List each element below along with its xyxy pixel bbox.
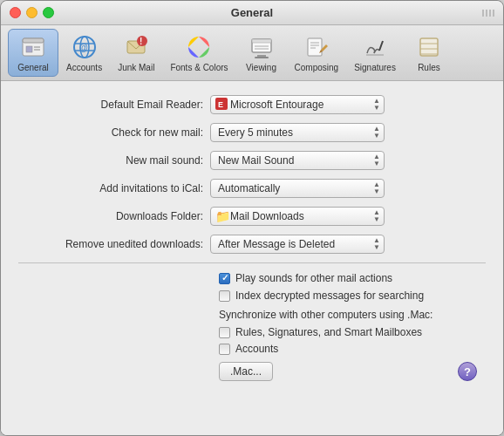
- svg-text:@: @: [79, 43, 88, 52]
- divider: [18, 262, 486, 263]
- new-mail-sound-select[interactable]: New Mail Sound ▲▼: [210, 151, 385, 170]
- composing-icon: [303, 33, 330, 61]
- check-new-mail-select[interactable]: Every 5 minutes ▲▼: [210, 123, 385, 142]
- remove-unedited-select[interactable]: After Message is Deleted ▲▼: [210, 235, 385, 254]
- downloads-folder-select[interactable]: 📁 Mail Downloads ▲▼: [210, 207, 385, 226]
- main-window: General General: [0, 0, 504, 436]
- default-email-reader-label: Default Email Reader:: [18, 99, 210, 111]
- svg-rect-1: [23, 38, 44, 43]
- toolbar-item-junk-mail[interactable]: ! Junk Mail: [110, 29, 162, 77]
- minimize-button[interactable]: [26, 7, 37, 18]
- toolbar-label-signatures: Signatures: [354, 63, 396, 72]
- index-decrypted-checkbox[interactable]: [219, 290, 230, 302]
- check-new-mail-control: Every 5 minutes ▲▼: [210, 123, 385, 142]
- folder-icon: 📁: [215, 209, 230, 223]
- help-button[interactable]: ?: [458, 362, 477, 381]
- fonts-colors-icon: [185, 33, 213, 61]
- toolbar-item-composing[interactable]: Composing: [287, 29, 347, 77]
- svg-rect-17: [255, 57, 269, 58]
- viewing-icon: [248, 33, 276, 61]
- add-invitations-control: Automatically ▲▼: [210, 179, 385, 198]
- index-decrypted-row: Index decrypted messages for searching: [219, 290, 486, 302]
- play-sounds-checkbox[interactable]: [219, 273, 230, 284]
- toolbar: General @ Accounts: [1, 25, 503, 81]
- new-mail-sound-row: New mail sound: New Mail Sound ▲▼: [18, 151, 486, 170]
- window-title: General: [231, 6, 273, 19]
- downloads-folder-row: Downloads Folder: 📁 Mail Downloads ▲▼: [18, 207, 486, 226]
- accounts-icon: @: [71, 33, 99, 61]
- sync-title: Synchronize with other computers using .…: [219, 309, 486, 321]
- junk-mail-icon: !: [122, 33, 150, 61]
- rules-icon: [415, 33, 443, 61]
- svg-rect-20: [308, 38, 322, 56]
- downloads-folder-value: Mail Downloads: [230, 210, 378, 222]
- general-icon: [19, 33, 47, 61]
- new-mail-sound-control: New Mail Sound ▲▼: [210, 151, 385, 170]
- svg-rect-15: [252, 39, 271, 43]
- play-sounds-row: Play sounds for other mail actions: [219, 272, 486, 284]
- add-invitations-select[interactable]: Automatically ▲▼: [210, 179, 385, 198]
- new-mail-sound-value: New Mail Sound: [218, 154, 378, 167]
- add-invitations-row: Add invitations to iCal: Automatically ▲…: [18, 179, 486, 198]
- resize-handle: [482, 10, 494, 17]
- signatures-icon: [361, 33, 389, 61]
- toolbar-label-rules: Rules: [418, 63, 440, 72]
- default-email-reader-select[interactable]: E Microsoft Entourage ▲▼: [210, 95, 385, 114]
- check-new-mail-label: Check for new mail:: [18, 126, 210, 139]
- sync-section: Synchronize with other computers using .…: [219, 309, 486, 355]
- select-arrows-sound-icon: ▲▼: [373, 153, 380, 167]
- content-area: Default Email Reader: E Microsoft Entour…: [1, 81, 503, 435]
- toolbar-label-composing: Composing: [295, 63, 339, 72]
- sync-rules-label: Rules, Signatures, and Smart Mailboxes: [235, 326, 422, 338]
- maximize-button[interactable]: [43, 7, 54, 18]
- play-sounds-label: Play sounds for other mail actions: [235, 272, 392, 284]
- svg-rect-16: [257, 55, 266, 57]
- check-new-mail-value: Every 5 minutes: [218, 126, 378, 139]
- select-arrows-folder-icon: ▲▼: [373, 209, 380, 223]
- svg-text:!: !: [140, 37, 142, 46]
- sync-accounts-checkbox[interactable]: [219, 344, 230, 355]
- sync-rules-checkbox[interactable]: [219, 327, 230, 338]
- default-email-reader-row: Default Email Reader: E Microsoft Entour…: [18, 95, 486, 114]
- toolbar-item-general[interactable]: General: [8, 29, 58, 77]
- toolbar-label-accounts: Accounts: [66, 63, 102, 72]
- default-email-reader-value: Microsoft Entourage: [230, 99, 378, 111]
- sync-accounts-row: Accounts: [219, 343, 486, 355]
- downloads-folder-control: 📁 Mail Downloads ▲▼: [210, 207, 385, 226]
- toolbar-label-general: General: [17, 63, 49, 72]
- downloads-folder-label: Downloads Folder:: [18, 210, 210, 222]
- sync-rules-row: Rules, Signatures, and Smart Mailboxes: [219, 326, 486, 338]
- add-invitations-label: Add invitations to iCal:: [18, 182, 210, 194]
- window-controls: [10, 7, 54, 18]
- new-mail-sound-label: New mail sound:: [18, 154, 210, 167]
- svg-rect-2: [26, 46, 32, 52]
- bottom-row: .Mac... ?: [219, 362, 486, 381]
- select-arrows-remove-icon: ▲▼: [373, 237, 380, 251]
- add-invitations-value: Automatically: [218, 182, 378, 194]
- title-bar: General: [1, 1, 503, 25]
- check-new-mail-row: Check for new mail: Every 5 minutes ▲▼: [18, 123, 486, 142]
- svg-text:E: E: [218, 100, 223, 109]
- toolbar-item-signatures[interactable]: Signatures: [346, 29, 404, 77]
- svg-rect-25: [420, 38, 438, 56]
- toolbar-label-fonts-colors: Fonts & Colors: [170, 63, 228, 72]
- toolbar-item-rules[interactable]: Rules: [404, 29, 454, 77]
- toolbar-item-viewing[interactable]: Viewing: [236, 29, 287, 77]
- select-arrows-invitations-icon: ▲▼: [373, 181, 380, 195]
- close-button[interactable]: [10, 7, 21, 18]
- toolbar-label-viewing: Viewing: [246, 63, 276, 72]
- index-decrypted-label: Index decrypted messages for searching: [235, 290, 424, 302]
- remove-unedited-value: After Message is Deleted: [218, 238, 378, 250]
- sync-accounts-label: Accounts: [235, 343, 278, 355]
- entourage-icon: E: [215, 98, 228, 112]
- toolbar-item-accounts[interactable]: @ Accounts: [58, 29, 110, 77]
- select-arrows-icon: ▲▼: [373, 98, 380, 112]
- remove-unedited-control: After Message is Deleted ▲▼: [210, 235, 385, 254]
- remove-unedited-row: Remove unedited downloads: After Message…: [18, 235, 486, 254]
- toolbar-item-fonts-colors[interactable]: Fonts & Colors: [162, 29, 235, 77]
- select-arrows-check-icon: ▲▼: [373, 126, 380, 140]
- default-email-reader-control: E Microsoft Entourage ▲▼: [210, 95, 385, 114]
- toolbar-label-junk-mail: Junk Mail: [118, 63, 154, 72]
- mac-button[interactable]: .Mac...: [219, 362, 273, 381]
- remove-unedited-label: Remove unedited downloads:: [18, 238, 210, 250]
